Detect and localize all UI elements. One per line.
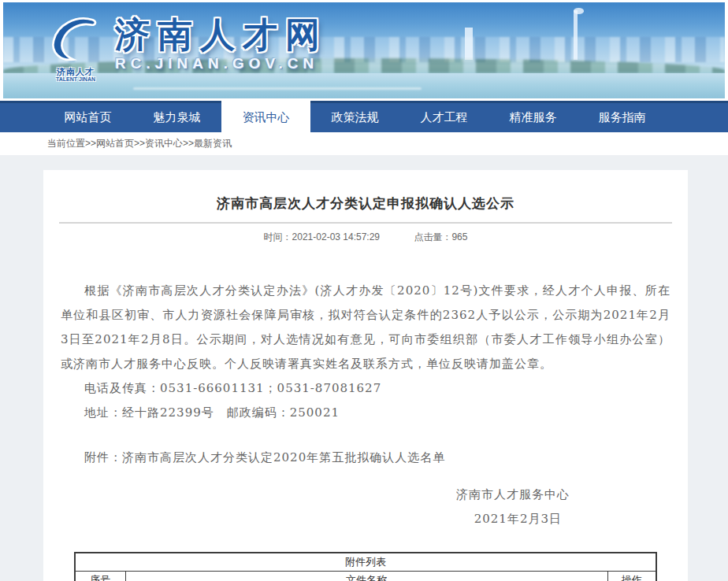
nav-item-news-center[interactable]: 资讯中心 bbox=[221, 101, 310, 132]
lake-streak-decor bbox=[133, 87, 422, 90]
logo-badge-cn: 济南人才 bbox=[57, 68, 95, 76]
signature-date: 2021年2月3日 bbox=[61, 507, 670, 531]
tv-tower-top-decor bbox=[574, 8, 584, 13]
meta-time-label: 时间： bbox=[264, 231, 292, 242]
meta-time-value: 2021-02-03 14:57:29 bbox=[292, 231, 380, 242]
logo-swoosh-icon bbox=[44, 15, 107, 67]
nav-item-service-guide[interactable]: 服务指南 bbox=[578, 101, 667, 132]
attachment-table-header-row: 序号 文件名称 操作 bbox=[75, 571, 656, 581]
column-header-index: 序号 bbox=[75, 571, 125, 581]
attachment-reference-line: 附件：济南市高层次人才分类认定2020年第五批拟确认人选名单 bbox=[61, 446, 670, 470]
title-divider bbox=[59, 222, 672, 224]
nav-item-talent-programs[interactable]: 人才工程 bbox=[399, 101, 488, 132]
site-banner: 济南人才 TALENT JINAN 济南人才网 RC.JINAN.GOV.CN bbox=[3, 2, 725, 98]
nav-item-policies[interactable]: 政策法规 bbox=[310, 101, 399, 132]
breadcrumb: 当前位置>>网站首页>>资讯中心>>最新资讯 bbox=[0, 132, 728, 155]
page-title: 济南市高层次人才分类认定申报拟确认人选公示 bbox=[43, 170, 688, 213]
column-header-filename: 文件名称 bbox=[125, 571, 607, 581]
article-paragraph: 根据《济南市高层次人才分类认定办法》(济人才办发〔2020〕12号)文件要求，经… bbox=[61, 279, 670, 376]
column-header-action: 操作 bbox=[607, 571, 656, 581]
signature-org: 济南市人才服务中心 bbox=[61, 483, 670, 507]
meta-hits-value: 965 bbox=[451, 231, 467, 242]
nav-item-precision-services[interactable]: 精准服务 bbox=[488, 101, 578, 132]
article-card: 济南市高层次人才分类认定申报拟确认人选公示 时间：2021-02-03 14:5… bbox=[43, 170, 688, 581]
nav-item-charming-quancheng[interactable]: 魅力泉城 bbox=[132, 101, 221, 132]
site-url: RC.JINAN.GOV.CN bbox=[115, 55, 328, 72]
attachment-table: 附件列表 序号 文件名称 操作 1 济南市高层次人才分类认定2020年第五批拟确… bbox=[74, 552, 657, 581]
article-meta: 时间：2021-02-03 14:57:29 点击量：965 bbox=[43, 231, 688, 244]
logo-badge-en: TALENT JINAN bbox=[56, 76, 95, 83]
meta-hits-label: 点击量： bbox=[414, 231, 451, 242]
site-name: 济南人才网 bbox=[115, 15, 328, 54]
content-background: 济南市高层次人才分类认定申报拟确认人选公示 时间：2021-02-03 14:5… bbox=[0, 155, 728, 581]
attachment-table-title: 附件列表 bbox=[75, 553, 656, 571]
main-nav: 网站首页 魅力泉城 资讯中心 政策法规 人才工程 精准服务 服务指南 bbox=[0, 101, 728, 132]
contact-phone-line: 电话及传真：0531-66601131；0531-87081627 bbox=[61, 376, 670, 401]
nav-item-home[interactable]: 网站首页 bbox=[43, 101, 132, 132]
page: 济南人才 TALENT JINAN 济南人才网 RC.JINAN.GOV.CN … bbox=[0, 2, 728, 581]
attachment-table-caption-row: 附件列表 bbox=[75, 553, 656, 571]
tv-tower-decor bbox=[574, 10, 578, 60]
building-decor bbox=[465, 28, 473, 60]
contact-address-line: 地址：经十路22399号 邮政编码：250021 bbox=[61, 401, 670, 425]
article-body: 根据《济南市高层次人才分类认定办法》(济人才办发〔2020〕12号)文件要求，经… bbox=[61, 279, 670, 531]
site-logo[interactable]: 济南人才 TALENT JINAN 济南人才网 RC.JINAN.GOV.CN bbox=[44, 15, 328, 83]
